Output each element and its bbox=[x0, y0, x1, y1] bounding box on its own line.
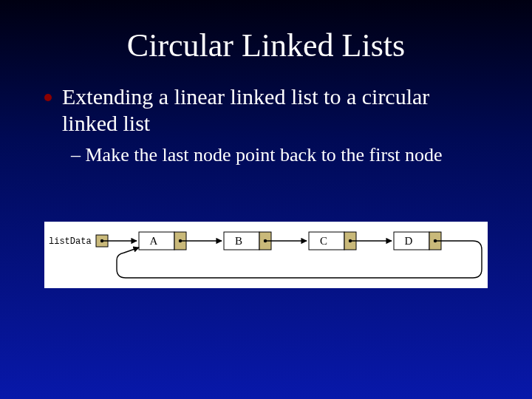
node-a: A bbox=[139, 232, 186, 250]
svg-text:B: B bbox=[235, 235, 242, 247]
bullet-dot-icon bbox=[44, 94, 52, 101]
sub-bullet-text: Make the last node point back to the fir… bbox=[86, 144, 443, 166]
svg-text:D: D bbox=[405, 235, 413, 247]
node-c: C bbox=[309, 232, 356, 250]
sub-bullet-item: – Make the last node point back to the f… bbox=[44, 137, 488, 166]
bullet-item: Extending a linear linked list to a circ… bbox=[44, 83, 488, 137]
slide: Circular Linked Lists Extending a linear… bbox=[0, 0, 532, 399]
linked-list-diagram: listData A B bbox=[44, 222, 488, 288]
slide-title: Circular Linked Lists bbox=[0, 0, 532, 64]
sub-bullet-prefix: – bbox=[71, 144, 86, 166]
svg-text:A: A bbox=[150, 235, 158, 247]
slide-body: Extending a linear linked list to a circ… bbox=[0, 64, 532, 166]
svg-text:C: C bbox=[320, 235, 327, 247]
head-label: listData bbox=[49, 236, 92, 247]
node-d: D bbox=[394, 232, 441, 250]
bullet-text: Extending a linear linked list to a circ… bbox=[62, 83, 488, 137]
node-b: B bbox=[224, 232, 271, 250]
